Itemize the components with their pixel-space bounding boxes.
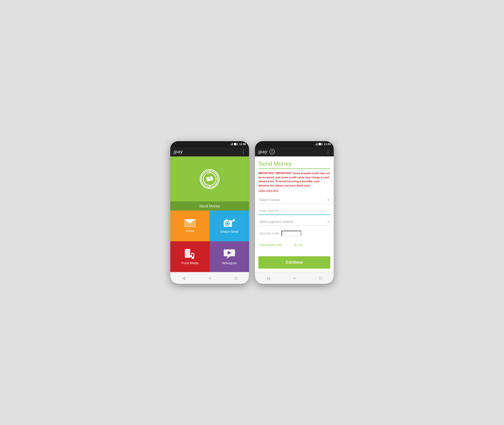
status-bar-right: 12:00 xyxy=(255,141,334,147)
payment-dropdown-arrow: ▸ xyxy=(328,220,329,223)
send-money-screen: Send Money IMPORTANT: IMPORTANT: Some pr… xyxy=(255,156,334,272)
warning-text: IMPORTANT: IMPORTANT: Some prepaid cards… xyxy=(258,171,330,193)
svg-point-18 xyxy=(226,223,228,225)
signal-icon xyxy=(229,143,233,145)
bottom-nav-right: ◁ ○ □ xyxy=(255,272,334,284)
svg-rect-6 xyxy=(237,144,238,145)
status-icons-right: 12:00 xyxy=(314,143,331,146)
email-label: Email xyxy=(186,229,194,233)
svg-marker-30 xyxy=(316,144,316,145)
more-menu-right[interactable]: ⋮ xyxy=(326,149,330,154)
home-button-left[interactable]: ○ xyxy=(204,275,216,281)
svg-rect-34 xyxy=(319,143,321,145)
app-logo-right: jpay xyxy=(258,149,268,154)
recent-button-left[interactable]: □ xyxy=(230,275,242,281)
phone-content-left: $ Send Money Email xyxy=(170,156,249,272)
status-icons-left: 12:00 xyxy=(229,143,246,146)
svg-marker-9 xyxy=(208,185,211,187)
snapn-send-label: Snap'n Send xyxy=(220,230,238,233)
video-svg xyxy=(223,248,236,259)
select-contact-dropdown[interactable]: Select Contact ▸ xyxy=(258,196,330,204)
warning-bold-label: IMPORTANT: xyxy=(258,172,276,175)
fee-row: Transaction fee: $ x.xx xyxy=(258,241,330,249)
security-label: Security code: xyxy=(259,231,280,235)
email-cell[interactable]: Email xyxy=(170,211,210,241)
app-logo-left: jpay xyxy=(174,149,183,154)
snapn-send-cell[interactable]: Snap'n Send xyxy=(210,211,249,241)
battery-icon xyxy=(234,143,238,145)
bottom-nav-left: ◁ ○ □ xyxy=(170,272,249,284)
fund-media-label: Fund Media xyxy=(182,261,199,265)
svg-marker-31 xyxy=(315,144,315,145)
svg-rect-19 xyxy=(226,219,228,221)
svg-marker-1 xyxy=(231,144,232,145)
amount-input[interactable] xyxy=(259,209,329,212)
title-divider xyxy=(258,168,330,169)
payment-method-placeholder: Select payment method xyxy=(259,220,293,224)
svg-line-26 xyxy=(192,253,194,254)
s-icon: S xyxy=(269,149,275,154)
top-bar-right: jpay S ⋮ xyxy=(255,147,334,156)
status-time-left: 12:00 xyxy=(239,143,246,146)
book-music-icon xyxy=(184,248,196,259)
home-button-right[interactable]: ○ xyxy=(288,275,301,281)
svg-marker-29 xyxy=(317,143,317,145)
svg-rect-5 xyxy=(234,143,236,145)
battery-icon-right xyxy=(318,143,323,145)
money-icon: $ xyxy=(200,169,220,189)
fee-value: $ x.xx xyxy=(295,243,303,247)
recent-button-right[interactable]: □ xyxy=(315,275,327,281)
envelope-svg xyxy=(185,219,195,227)
svg-marker-32 xyxy=(314,145,315,145)
svg-marker-3 xyxy=(229,145,230,145)
sm-content: Send Money IMPORTANT: IMPORTANT: Some pr… xyxy=(255,156,334,254)
book-music-svg xyxy=(184,248,196,259)
status-bar-left: 12:00 xyxy=(170,141,249,147)
video-icon xyxy=(223,248,236,259)
contact-dropdown-arrow: ▸ xyxy=(328,198,329,201)
more-menu-left[interactable]: ⋮ xyxy=(241,149,246,154)
grid-row-1: Email xyxy=(170,211,249,241)
payment-method-dropdown[interactable]: Select payment method ▸ xyxy=(258,218,330,226)
learn-more-link[interactable]: Learn more here xyxy=(258,188,330,193)
fee-label: Transaction fee: xyxy=(259,243,282,247)
phone-content-right: Send Money IMPORTANT: IMPORTANT: Some pr… xyxy=(255,156,334,272)
back-button-right[interactable]: ◁ xyxy=(262,275,275,281)
envelope-icon xyxy=(185,219,195,227)
continue-button[interactable]: Continue xyxy=(258,256,330,269)
home-screen: $ Send Money Email xyxy=(170,156,249,272)
security-code-field: Security code: xyxy=(258,229,330,238)
send-money-hero[interactable]: $ xyxy=(170,156,249,201)
fund-media-cell[interactable]: Fund Media xyxy=(170,241,210,272)
send-money-icon-svg: $ xyxy=(201,169,219,189)
send-money-label[interactable]: Send Money xyxy=(170,201,249,211)
payment-method-field: Select payment method ▸ xyxy=(258,218,330,226)
svg-rect-35 xyxy=(322,144,322,145)
videogram-label: Videogram xyxy=(222,261,237,265)
select-contact-placeholder: Select Contact xyxy=(259,198,280,202)
back-button-left[interactable]: ◁ xyxy=(177,275,190,281)
left-phone: 12:00 jpay ⋮ xyxy=(170,141,249,284)
svg-marker-0 xyxy=(232,143,233,145)
svg-marker-2 xyxy=(230,144,231,145)
videogram-cell[interactable]: Videogram xyxy=(210,241,249,272)
select-contact-field: Select Contact ▸ xyxy=(258,196,330,204)
send-money-title: Send Money xyxy=(258,160,330,167)
signal-icon-right xyxy=(314,143,317,145)
camera-svg xyxy=(223,218,236,228)
right-phone: 12:00 jpay S ⋮ Send Money IMPORTANT: IMP… xyxy=(255,141,334,284)
grid-row-2: Fund Media Videogram xyxy=(170,241,249,272)
security-row: Security code: xyxy=(258,229,330,238)
security-input[interactable] xyxy=(282,231,301,236)
top-bar-logo-area: jpay S xyxy=(258,149,275,154)
status-time-right: 12:00 xyxy=(324,143,331,146)
top-bar-left: jpay ⋮ xyxy=(170,147,249,156)
camera-icon xyxy=(223,218,236,228)
amount-field xyxy=(258,207,330,215)
amount-input-wrapper xyxy=(258,207,330,215)
